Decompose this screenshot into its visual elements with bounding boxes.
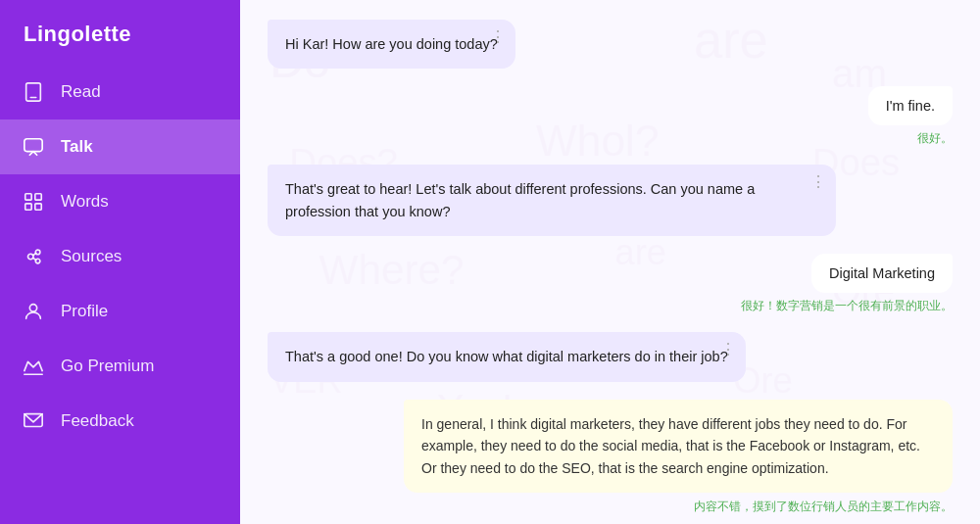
user-translation-2: 很好！数字营销是一个很有前景的职业。: [741, 298, 953, 314]
user-translation-1: 很好。: [917, 130, 953, 147]
sources-icon: [22, 245, 45, 268]
sidebar-item-read[interactable]: Read: [0, 65, 240, 119]
message-dots-3[interactable]: ⋮: [720, 342, 736, 357]
sidebar: Lingolette Read Talk Words: [0, 0, 240, 524]
sidebar-item-words[interactable]: Words: [0, 174, 240, 229]
message-5: That's a good one! Do you know what digi…: [268, 332, 953, 381]
message-4: Digital Marketing 很好！数字营销是一个很有前景的职业。: [268, 254, 953, 314]
bot-bubble-1: Hi Kar! How are you doing today? ⋮: [268, 20, 515, 69]
bot-text-3: That's a good one! Do you know what digi…: [285, 349, 728, 364]
svg-line-10: [33, 254, 36, 256]
chat-icon: [22, 135, 45, 159]
sidebar-item-sources[interactable]: Sources: [0, 229, 240, 284]
grid-icon: [22, 190, 45, 214]
svg-line-11: [33, 258, 36, 260]
svg-rect-0: [26, 83, 41, 101]
svg-point-7: [28, 254, 34, 260]
sidebar-label-feedback: Feedback: [61, 411, 134, 431]
svg-rect-2: [24, 139, 42, 152]
sidebar-label-read: Read: [61, 82, 101, 102]
svg-rect-4: [35, 194, 41, 200]
message-2: I'm fine. 很好。: [268, 86, 953, 147]
user-icon: [22, 300, 45, 323]
message-3: That's great to hear! Let's talk about d…: [268, 165, 953, 236]
bot-text-2: That's great to hear! Let's talk about d…: [285, 181, 755, 218]
feedback-icon: [22, 409, 45, 433]
sidebar-item-profile[interactable]: Profile: [0, 284, 240, 339]
sidebar-label-sources: Sources: [61, 247, 122, 266]
user-text-3: In general, I think digital marketers, t…: [421, 416, 920, 476]
message-dots-2[interactable]: ⋮: [810, 174, 826, 190]
message-1: Hi Kar! How are you doing today? ⋮: [268, 20, 953, 69]
svg-point-12: [29, 305, 36, 311]
user-translation-3: 内容不错，摸到了数位行销人员的主要工作内容。: [694, 499, 953, 515]
message-6: In general, I think digital marketers, t…: [268, 400, 953, 515]
bot-text-1: Hi Kar! How are you doing today?: [285, 36, 498, 52]
sidebar-item-feedback[interactable]: Feedback: [0, 394, 240, 449]
sidebar-nav: Read Talk Words: [0, 65, 240, 524]
user-bubble-1: I'm fine.: [868, 86, 953, 125]
user-bubble-2: Digital Marketing: [811, 254, 953, 293]
svg-rect-3: [25, 194, 31, 200]
bot-bubble-3: That's a good one! Do you know what digi…: [268, 332, 746, 381]
sidebar-item-premium[interactable]: Go Premium: [0, 339, 240, 394]
app-logo: Lingolette: [0, 0, 240, 65]
bot-bubble-2: That's great to hear! Let's talk about d…: [268, 165, 836, 236]
sidebar-label-premium: Go Premium: [61, 357, 154, 376]
sidebar-label-words: Words: [61, 192, 109, 212]
user-text-1: I'm fine.: [886, 98, 935, 114]
sidebar-item-talk[interactable]: Talk: [0, 119, 240, 174]
svg-rect-6: [35, 204, 41, 210]
crown-icon: [22, 355, 45, 378]
chat-main: Do Does are am Does? Whol? Does Where? a…: [240, 0, 980, 524]
tablet-icon: [22, 80, 45, 104]
user-text-2: Digital Marketing: [829, 265, 935, 281]
message-dots-1[interactable]: ⋮: [490, 29, 506, 45]
chat-scroll-area[interactable]: Hi Kar! How are you doing today? ⋮ I'm f…: [240, 0, 980, 524]
sidebar-label-profile: Profile: [61, 302, 108, 321]
svg-rect-5: [25, 204, 31, 210]
user-bubble-3: In general, I think digital marketers, t…: [404, 400, 953, 493]
sidebar-label-talk: Talk: [61, 137, 93, 157]
